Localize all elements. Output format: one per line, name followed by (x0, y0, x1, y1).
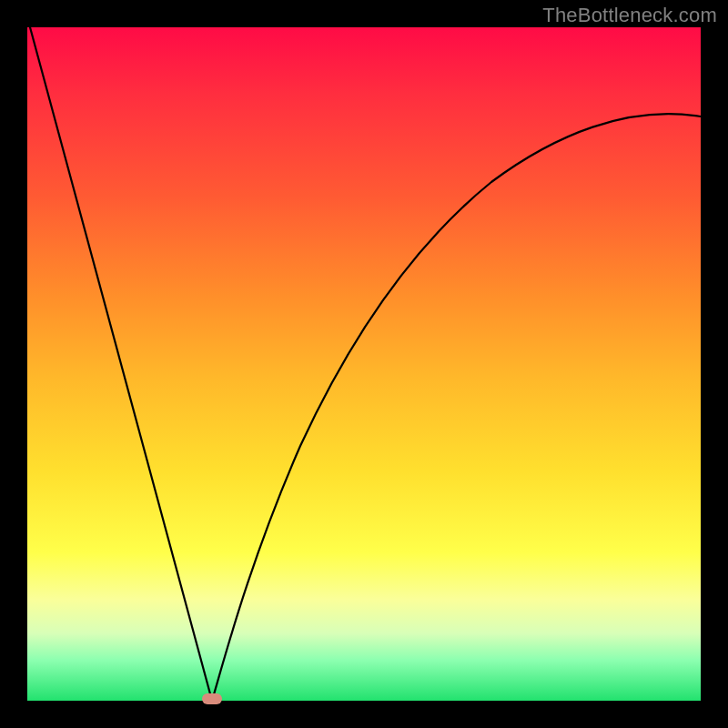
watermark-text: TheBottleneck.com (542, 4, 717, 27)
optimal-point-marker (202, 693, 222, 704)
bottleneck-curve (27, 27, 701, 701)
chart-frame: TheBottleneck.com (0, 0, 728, 728)
plot-area (27, 27, 701, 701)
curve-path (30, 27, 701, 701)
